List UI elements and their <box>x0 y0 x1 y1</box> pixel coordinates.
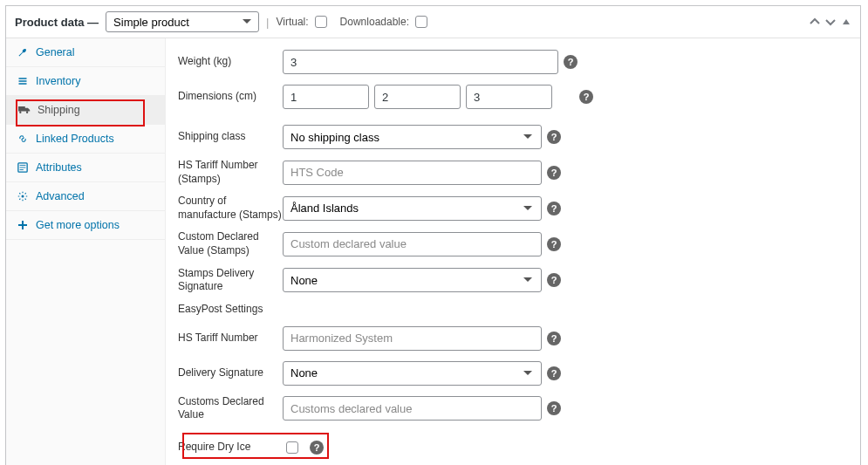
product-data-panel: Product data — Simple product | Virtual:… <box>5 5 861 465</box>
easypost-heading: EasyPost Settings <box>178 303 848 315</box>
panel-header: Product data — Simple product | Virtual:… <box>6 6 860 38</box>
tabs-sidebar: General Inventory Shipping Linked Produc… <box>6 38 166 465</box>
tab-inventory[interactable]: Inventory <box>6 67 165 96</box>
tab-get-more-options[interactable]: Get more options <box>6 211 165 240</box>
ep-signature-label: Delivery Signature <box>178 366 283 380</box>
country-manufacture-label: Country of manufacture (Stamps) <box>178 195 283 222</box>
panel-move-down-icon[interactable] <box>825 17 836 27</box>
note-icon <box>17 161 29 174</box>
help-icon[interactable]: ? <box>547 202 561 215</box>
svg-point-1 <box>22 195 24 198</box>
help-icon[interactable]: ? <box>310 441 324 455</box>
country-manufacture-select[interactable]: Åland Islands <box>283 196 542 221</box>
custom-declared-stamps-input[interactable] <box>283 232 542 256</box>
separator: | <box>266 16 269 29</box>
panel-title: Product data — <box>15 16 99 29</box>
link-icon <box>17 133 29 145</box>
virtual-option[interactable]: Virtual: <box>276 13 329 31</box>
tab-shipping[interactable]: Shipping <box>6 96 165 125</box>
downloadable-option[interactable]: Downloadable: <box>340 13 430 31</box>
wrench-icon <box>17 46 29 58</box>
help-icon[interactable]: ? <box>547 401 561 415</box>
help-icon[interactable]: ? <box>547 332 561 345</box>
downloadable-checkbox[interactable] <box>415 16 427 28</box>
ep-hts-label: HS Tariff Number <box>178 332 283 345</box>
stamps-signature-label: Stamps Delivery Signature <box>178 267 283 294</box>
help-icon[interactable]: ? <box>547 366 561 380</box>
ep-declared-label: Customs Declared Value <box>178 395 283 422</box>
stamps-signature-select[interactable]: None <box>283 268 542 292</box>
help-icon[interactable]: ? <box>579 90 593 104</box>
dimensions-label: Dimensions (cm) <box>178 90 283 104</box>
help-icon[interactable]: ? <box>547 273 561 287</box>
height-input[interactable] <box>466 85 552 109</box>
length-input[interactable] <box>283 85 369 109</box>
panel-move-up-icon[interactable] <box>810 17 820 27</box>
help-icon[interactable]: ? <box>547 130 561 144</box>
plus-icon <box>17 219 29 231</box>
tab-general[interactable]: General <box>6 38 165 67</box>
custom-declared-stamps-label: Custom Declared Value (Stamps) <box>178 230 283 257</box>
list-icon <box>17 75 29 87</box>
panel-toggle-icon[interactable] <box>841 17 851 27</box>
tab-advanced[interactable]: Advanced <box>6 182 165 211</box>
ep-declared-input[interactable] <box>283 396 542 421</box>
dry-ice-checkbox[interactable] <box>286 441 298 454</box>
help-icon[interactable]: ? <box>547 166 561 180</box>
shipping-class-label: Shipping class <box>178 130 283 144</box>
ep-signature-select[interactable]: None <box>283 361 542 386</box>
gear-icon <box>17 190 29 202</box>
weight-label: Weight (kg) <box>178 55 283 69</box>
ep-hts-input[interactable] <box>283 326 542 351</box>
tab-linked-products[interactable]: Linked Products <box>6 125 165 154</box>
hts-stamps-label: HS Tariff Number (Stamps) <box>178 159 283 186</box>
shipping-settings-content: Weight (kg) ? Dimensions (cm) ? Shipping… <box>166 38 860 465</box>
tab-attributes[interactable]: Attributes <box>6 154 165 182</box>
width-input[interactable] <box>374 85 461 109</box>
dry-ice-label: Require Dry Ice <box>178 441 283 455</box>
shipping-class-select[interactable]: No shipping class <box>283 125 542 149</box>
weight-input[interactable] <box>283 50 558 74</box>
virtual-checkbox[interactable] <box>315 16 327 28</box>
hts-stamps-input[interactable] <box>283 161 542 185</box>
product-type-select[interactable]: Simple product <box>106 11 259 32</box>
help-icon[interactable]: ? <box>547 237 561 251</box>
truck-icon <box>18 104 31 116</box>
help-icon[interactable]: ? <box>564 55 578 69</box>
